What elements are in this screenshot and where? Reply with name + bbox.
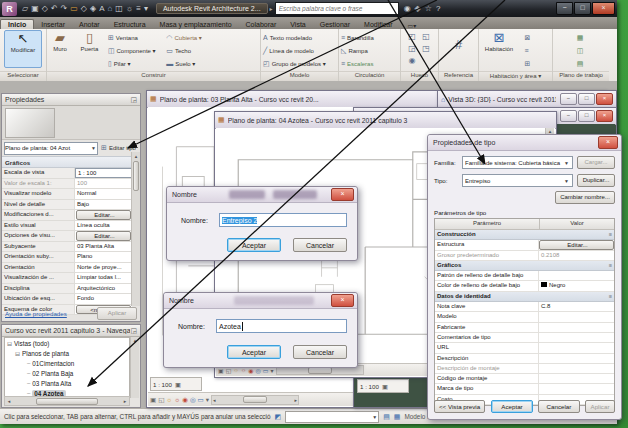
suelo-button[interactable]: ▬Suelo ▾ bbox=[164, 57, 206, 70]
ribbon-tab[interactable]: Anotar bbox=[72, 20, 107, 29]
panel-label-referencia[interactable]: Referencia bbox=[439, 71, 478, 81]
title-expand-icon[interactable]: ▸ bbox=[270, 5, 273, 12]
ribbon-tab[interactable]: Insertar bbox=[34, 20, 72, 29]
hide-analytical-icon[interactable]: ◉ bbox=[182, 396, 188, 404]
show-crop-region-icon[interactable]: ▣ bbox=[150, 396, 156, 404]
subscription-center-icon[interactable]: ◈ bbox=[415, 4, 421, 13]
section-icon[interactable]: ◫ bbox=[115, 4, 123, 14]
close-icon[interactable]: × bbox=[331, 188, 354, 201]
param-row[interactable]: Comentarios de tipo bbox=[435, 333, 614, 343]
restore-button[interactable]: □ bbox=[578, 110, 595, 122]
horizontal-scrollbar[interactable]: ◂ ▸ bbox=[211, 395, 299, 405]
panel-label-plano-de-trabajo[interactable]: Plano de trabajo bbox=[553, 71, 609, 81]
qat-dropdown-icon[interactable]: ▾ bbox=[144, 4, 148, 14]
tree-item-01-cimentacion[interactable]: 01Cimentacion bbox=[5, 358, 129, 368]
browser-header[interactable]: Curso vcc revit 2011 capitulo 3 - Navega… bbox=[2, 325, 140, 337]
ribbon-tab[interactable]: Masa y emplazamiento bbox=[153, 20, 239, 29]
property-row[interactable]: Visualización de ... Limpiar todas l... bbox=[2, 273, 132, 284]
restore-button[interactable]: □ bbox=[578, 93, 595, 105]
separador-habitacion-icon[interactable]: ⊠ bbox=[522, 31, 542, 44]
param-row[interactable]: Descripción bbox=[435, 354, 614, 364]
visual-style-icon[interactable]: ▾ bbox=[206, 396, 209, 404]
ribbon-tab[interactable]: Colaborar bbox=[239, 20, 284, 29]
help-search-input[interactable] bbox=[275, 2, 399, 15]
close-icon[interactable]: × bbox=[331, 294, 354, 307]
param-row[interactable]: Marca de tipo bbox=[435, 384, 614, 394]
ribbon-tab[interactable]: Gestionar bbox=[313, 20, 357, 29]
param-row[interactable]: Fabricante bbox=[435, 323, 614, 333]
definir-plano-icon[interactable]: ◫ bbox=[575, 44, 586, 57]
crop-view-icon[interactable]: ◱ bbox=[158, 396, 164, 404]
property-row[interactable]: Ubicación de esq... Fondo bbox=[2, 294, 132, 305]
tag-icon[interactable]: ◈ bbox=[90, 4, 96, 14]
shadows-off-icon[interactable]: ☼ bbox=[166, 396, 172, 404]
cancelar-button[interactable]: Cancelar bbox=[293, 238, 347, 252]
close-button[interactable]: × bbox=[592, 2, 615, 15]
name-input[interactable]: Azotea bbox=[216, 319, 347, 333]
cargar-button[interactable]: Cargar... bbox=[577, 156, 615, 169]
ribbon-tab[interactable]: Estructura bbox=[107, 20, 153, 29]
aceptar-button[interactable]: Aceptar bbox=[227, 238, 281, 252]
help-icon[interactable]: ? bbox=[436, 4, 440, 13]
hueco-muro-icon[interactable]: ◲ bbox=[405, 44, 419, 56]
vertical-scrollbar[interactable]: ▴ bbox=[130, 337, 139, 398]
param-row[interactable]: Nota clave C.8 bbox=[435, 302, 614, 312]
pilar-button[interactable]: ▯Pilar ▾ bbox=[106, 57, 160, 70]
edit-type-button[interactable]: ⊞ Editar tipo bbox=[101, 144, 136, 152]
techo-button[interactable]: ▭Techo bbox=[164, 44, 206, 57]
puerta-button[interactable]: ▯ Puerta bbox=[77, 30, 101, 70]
thin-lines-icon[interactable]: ≡ bbox=[136, 4, 141, 14]
sync-icon[interactable]: ◇ bbox=[42, 4, 48, 14]
property-row[interactable]: Disciplina Arquitectónico bbox=[2, 284, 132, 295]
escaleras-button[interactable]: ≡Escaleras bbox=[339, 57, 399, 70]
grupo-de-modelos-button[interactable]: ◰Grupo de modelos ▾ bbox=[261, 57, 337, 70]
componente-button[interactable]: ◫Componente ▾ bbox=[106, 44, 160, 57]
minimize-button[interactable]: − bbox=[560, 110, 577, 122]
property-row[interactable]: Estilo visual Línea oculta bbox=[2, 221, 132, 232]
etiquetar-habitacion-icon[interactable]: ≡ bbox=[522, 44, 542, 57]
design-options-combo[interactable]: ▼ bbox=[285, 411, 379, 423]
panel-label-circulacion[interactable]: Circulación bbox=[339, 71, 400, 81]
hueco-vertical-icon[interactable]: ◱ bbox=[419, 32, 433, 44]
param-row[interactable]: Color de relleno de detalle bajo Negro bbox=[435, 281, 614, 291]
modificar-button[interactable]: ↖ Modificar bbox=[4, 30, 42, 68]
section-graficos[interactable]: Gráficos ▴ bbox=[2, 156, 140, 168]
aceptar-button[interactable]: Aceptar bbox=[227, 345, 281, 359]
favorites-icon[interactable]: ☆ bbox=[425, 4, 432, 13]
familia-combo[interactable]: Familia de sistema: Cubierta básica ▼ bbox=[462, 156, 573, 169]
redo-icon[interactable]: ↷ bbox=[61, 4, 68, 14]
param-row[interactable]: Datos de identidad bbox=[435, 292, 614, 302]
habitacion-button[interactable]: ⊠ Habitación bbox=[480, 30, 518, 70]
3d-view-icon[interactable]: ⌂ bbox=[108, 4, 113, 14]
revit-menu-button[interactable]: R bbox=[2, 2, 17, 16]
close-button[interactable]: × bbox=[596, 110, 613, 122]
tree-item-planos-de-planta[interactable]: Planos de planta bbox=[5, 348, 129, 358]
measure-icon[interactable]: ▭ bbox=[70, 4, 78, 14]
mostrar-plano-icon[interactable]: ▦ bbox=[575, 31, 586, 44]
horizontal-scrollbar[interactable]: ◂▸ bbox=[4, 396, 130, 406]
aceptar-button[interactable]: Aceptar bbox=[491, 400, 533, 413]
cancelar-button[interactable]: Cancelar bbox=[538, 400, 580, 413]
tree-item-02-planta-baja[interactable]: 02 Planta Baja bbox=[5, 368, 129, 378]
barandilla-button[interactable]: ≡Barandilla bbox=[339, 31, 399, 44]
minimize-button[interactable]: − bbox=[560, 93, 577, 105]
apply-button[interactable]: Aplicar bbox=[97, 307, 137, 320]
param-row[interactable]: Estructura Editar... bbox=[435, 240, 614, 250]
plano-de-referencia-button[interactable]: # bbox=[439, 37, 478, 52]
property-row[interactable]: Visualizar modelo Normal bbox=[2, 189, 132, 200]
vertical-scrollbar[interactable]: ▴ bbox=[131, 152, 140, 306]
name-input[interactable]: Entrepiso 2 bbox=[219, 213, 347, 227]
maximize-button[interactable]: □ bbox=[574, 2, 591, 15]
panel-label-modelo[interactable]: Modelo bbox=[261, 71, 338, 81]
property-row[interactable]: Opciones de visu... Editar... bbox=[2, 231, 132, 242]
param-row[interactable]: Código de montaje bbox=[435, 374, 614, 384]
sun-path-off-icon[interactable]: ☼ bbox=[174, 396, 180, 404]
type-selector[interactable]: Plano de planta: 04 Azot ▼ bbox=[4, 142, 98, 155]
scale-indicator[interactable]: 1 : 100 ▣ bbox=[357, 379, 409, 393]
worksets-icon[interactable]: ◩ bbox=[275, 413, 282, 421]
help-link[interactable]: Ayuda de propiedades bbox=[5, 310, 67, 317]
exclude-options-icon[interactable]: ▦ bbox=[394, 413, 401, 421]
window-title-bar[interactable]: ▦ Plano de planta: 04 Azotea - Curso vcc… bbox=[215, 112, 556, 129]
sun-path-icon[interactable]: ☼ bbox=[126, 4, 133, 14]
property-row[interactable]: Valor de escala 1: 100 bbox=[2, 179, 132, 190]
